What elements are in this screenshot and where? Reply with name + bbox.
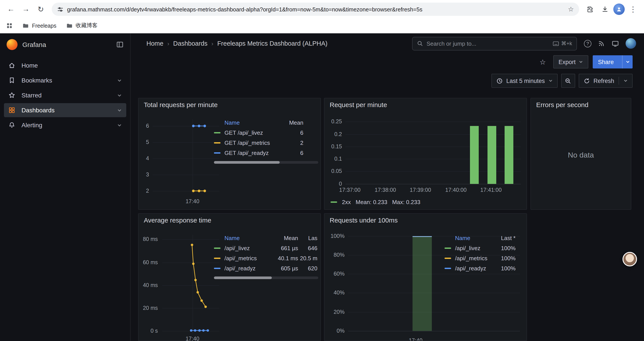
panel-average-response-time: Average response time 80 ms 60 ms 40 ms … <box>138 213 321 341</box>
panel-total-requests-per-minute: Total requests per minute 6 5 4 3 2 <box>138 98 321 210</box>
chevron-down-icon[interactable] <box>117 123 122 128</box>
legend-series-name[interactable]: /api/_metrics <box>224 255 274 261</box>
folder-icon <box>66 22 72 29</box>
legend-series-last: 100% <box>492 245 516 251</box>
site-info-icon[interactable] <box>57 6 64 13</box>
chevron-down-icon[interactable] <box>117 93 122 98</box>
scrollbar-thumb[interactable] <box>214 276 272 279</box>
share-button[interactable]: Share <box>593 55 632 69</box>
zoom-out-button[interactable] <box>561 74 575 88</box>
address-bar[interactable]: grafana.mathmast.com/d/deytv4rwavabkb/fr… <box>52 3 579 16</box>
help-icon[interactable]: ? <box>584 40 592 47</box>
legend-scrollbar[interactable] <box>214 276 318 279</box>
dock-menu-icon[interactable] <box>116 41 124 48</box>
legend-header-last[interactable]: Last * <box>492 235 516 241</box>
monitor-icon[interactable] <box>612 40 619 47</box>
legend-series-name[interactable]: /api/_readyz <box>455 265 492 272</box>
legend-series-mean: 661 µs <box>274 245 298 251</box>
legend-header-mean[interactable]: Mean <box>278 119 303 126</box>
browser-profile-avatar[interactable] <box>613 4 625 15</box>
bookmark-item-blogs[interactable]: 收藏博客 <box>66 22 98 30</box>
legend-header-name[interactable]: Name <box>224 235 274 241</box>
y-axis-tick: 100% <box>327 233 344 239</box>
breadcrumb-dashboards[interactable]: Dashboards <box>173 40 207 47</box>
sidebar-item-alerting[interactable]: Alerting <box>4 118 126 132</box>
chevron-down-icon <box>579 60 583 64</box>
chart-plot[interactable] <box>138 214 226 339</box>
sidebar-item-label: Bookmarks <box>22 77 52 84</box>
panel-title[interactable]: Errors per second <box>536 101 588 108</box>
legend-header-row: Name Last * <box>444 233 516 243</box>
legend-series-mean: 6 <box>278 150 303 156</box>
y-axis-tick: 80% <box>327 252 344 258</box>
time-range-picker[interactable]: Last 5 minutes <box>492 74 558 88</box>
news-rss-icon[interactable] <box>598 40 605 47</box>
legend-series-name[interactable]: /api/_livez <box>224 245 274 251</box>
screen: ← → ↻ grafana.mathmast.com/d/deytv4rwava… <box>0 0 644 341</box>
bookmark-star-icon[interactable]: ☆ <box>568 5 574 13</box>
apps-grid-icon[interactable] <box>6 22 13 29</box>
legend-scrollbar[interactable] <box>214 161 318 164</box>
browser-menu-icon[interactable]: ⋮ <box>626 3 640 16</box>
reload-icon[interactable]: ↻ <box>34 3 47 16</box>
panel-title[interactable]: Request per minute <box>330 101 387 108</box>
bookmark-label: 收藏博客 <box>76 22 98 30</box>
sidebar-item-home[interactable]: Home <box>4 58 126 72</box>
legend-series-name[interactable]: GET /api/_readyz <box>224 150 278 156</box>
sidebar-item-dashboards[interactable]: Dashboards <box>4 103 126 117</box>
sidebar-item-bookmarks[interactable]: Bookmarks <box>4 73 126 87</box>
legend-series-name[interactable]: /api/_metrics <box>455 255 492 261</box>
legend-series-last: 646 <box>298 245 318 251</box>
search-box[interactable]: ⌘+k <box>412 37 577 50</box>
chevron-down-icon[interactable] <box>117 78 122 83</box>
legend-series-name[interactable]: GET /api/_metrics <box>224 140 278 146</box>
home-icon <box>8 62 15 69</box>
extensions-icon[interactable] <box>584 3 597 16</box>
bar-percent <box>412 236 432 331</box>
legend-series-name[interactable]: 2xx <box>342 199 351 205</box>
legend-series-name[interactable]: GET /api/_livez <box>224 129 278 136</box>
scrollbar-thumb[interactable] <box>214 161 280 164</box>
share-label[interactable]: Share <box>593 55 619 69</box>
legend-table: Name Last * /api/_livez 100% /api/_metri… <box>444 233 516 273</box>
bookmark-item-freeleaps[interactable]: Freeleaps <box>22 22 56 29</box>
export-button[interactable]: Export <box>553 55 588 69</box>
bar-2xx <box>504 126 513 184</box>
nav-menu: Home Bookmarks Starred <box>0 58 130 133</box>
url-text: grafana.mathmast.com/d/deytv4rwavabkb/fr… <box>67 6 564 13</box>
y-axis-tick: 0.25 <box>327 119 342 125</box>
breadcrumb-home[interactable]: Home <box>146 40 163 47</box>
gridline <box>346 122 521 122</box>
legend-header-mean[interactable]: Mean <box>274 235 298 241</box>
back-icon[interactable]: ← <box>4 3 18 16</box>
clock-icon <box>496 78 503 84</box>
legend-series-name[interactable]: /api/_livez <box>455 245 492 251</box>
forward-icon[interactable]: → <box>19 3 32 16</box>
favorite-star-icon[interactable]: ☆ <box>536 56 549 68</box>
legend-row: /api/_metrics 100% <box>444 253 516 263</box>
share-dropdown-icon[interactable] <box>622 55 632 69</box>
download-icon[interactable] <box>598 3 612 16</box>
sidebar: Grafana Home Boo <box>0 33 131 341</box>
legend-header-row: Name Mean <box>214 118 319 128</box>
panel-title[interactable]: Requests under 100ms <box>330 216 398 224</box>
refresh-button[interactable]: Refresh <box>578 74 632 88</box>
legend-series-name[interactable]: /api/_readyz <box>224 265 274 272</box>
search-icon <box>417 40 423 47</box>
no-data-message: No data <box>531 151 631 160</box>
floating-assistant-avatar[interactable] <box>622 252 637 266</box>
chart-plot[interactable] <box>138 98 226 208</box>
grafana-logo[interactable] <box>6 39 18 50</box>
legend-series-last: 100% <box>492 255 516 261</box>
sidebar-item-starred[interactable]: Starred <box>4 88 126 102</box>
bell-icon <box>8 122 15 129</box>
legend-header-name[interactable]: Name <box>224 119 278 126</box>
star-icon <box>8 92 15 99</box>
search-input[interactable] <box>426 40 549 47</box>
legend-header-last[interactable]: Las <box>298 235 318 241</box>
chevron-down-icon[interactable] <box>117 108 122 113</box>
legend-header-name[interactable]: Name <box>455 235 492 241</box>
user-avatar[interactable] <box>626 38 636 49</box>
refresh-interval-dropdown-icon[interactable] <box>624 79 628 83</box>
y-axis-tick: 60% <box>327 271 344 277</box>
